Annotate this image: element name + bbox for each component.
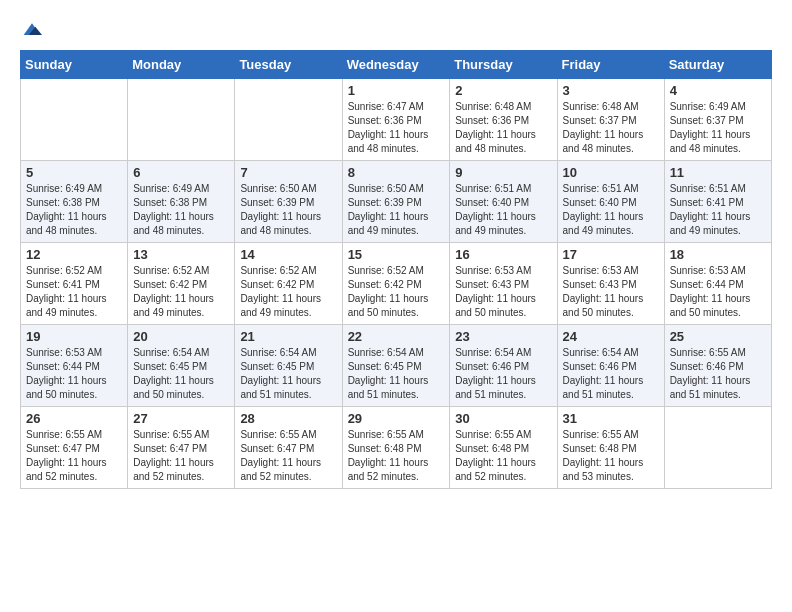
day-number: 31: [563, 411, 659, 426]
calendar-cell: 18Sunrise: 6:53 AM Sunset: 6:44 PM Dayli…: [664, 243, 771, 325]
day-info: Sunrise: 6:54 AM Sunset: 6:46 PM Dayligh…: [563, 346, 659, 402]
calendar-cell: 2Sunrise: 6:48 AM Sunset: 6:36 PM Daylig…: [450, 79, 557, 161]
day-info: Sunrise: 6:51 AM Sunset: 6:41 PM Dayligh…: [670, 182, 766, 238]
day-info: Sunrise: 6:55 AM Sunset: 6:48 PM Dayligh…: [563, 428, 659, 484]
day-number: 1: [348, 83, 445, 98]
calendar-cell: 25Sunrise: 6:55 AM Sunset: 6:46 PM Dayli…: [664, 325, 771, 407]
day-info: Sunrise: 6:55 AM Sunset: 6:47 PM Dayligh…: [133, 428, 229, 484]
week-row-1: 1Sunrise: 6:47 AM Sunset: 6:36 PM Daylig…: [21, 79, 772, 161]
day-info: Sunrise: 6:51 AM Sunset: 6:40 PM Dayligh…: [455, 182, 551, 238]
day-info: Sunrise: 6:53 AM Sunset: 6:44 PM Dayligh…: [26, 346, 122, 402]
day-number: 7: [240, 165, 336, 180]
day-info: Sunrise: 6:49 AM Sunset: 6:38 PM Dayligh…: [133, 182, 229, 238]
week-row-5: 26Sunrise: 6:55 AM Sunset: 6:47 PM Dayli…: [21, 407, 772, 489]
page-header: [20, 20, 772, 40]
calendar-table: SundayMondayTuesdayWednesdayThursdayFrid…: [20, 50, 772, 489]
calendar-cell: [21, 79, 128, 161]
day-info: Sunrise: 6:54 AM Sunset: 6:46 PM Dayligh…: [455, 346, 551, 402]
calendar-cell: 26Sunrise: 6:55 AM Sunset: 6:47 PM Dayli…: [21, 407, 128, 489]
calendar-cell: 29Sunrise: 6:55 AM Sunset: 6:48 PM Dayli…: [342, 407, 450, 489]
day-number: 29: [348, 411, 445, 426]
calendar-cell: 9Sunrise: 6:51 AM Sunset: 6:40 PM Daylig…: [450, 161, 557, 243]
calendar-cell: 8Sunrise: 6:50 AM Sunset: 6:39 PM Daylig…: [342, 161, 450, 243]
day-info: Sunrise: 6:52 AM Sunset: 6:42 PM Dayligh…: [240, 264, 336, 320]
day-number: 30: [455, 411, 551, 426]
day-number: 12: [26, 247, 122, 262]
calendar-cell: 20Sunrise: 6:54 AM Sunset: 6:45 PM Dayli…: [128, 325, 235, 407]
day-header-thursday: Thursday: [450, 51, 557, 79]
day-number: 4: [670, 83, 766, 98]
day-number: 23: [455, 329, 551, 344]
day-info: Sunrise: 6:55 AM Sunset: 6:46 PM Dayligh…: [670, 346, 766, 402]
day-number: 2: [455, 83, 551, 98]
day-info: Sunrise: 6:49 AM Sunset: 6:37 PM Dayligh…: [670, 100, 766, 156]
day-number: 24: [563, 329, 659, 344]
day-info: Sunrise: 6:53 AM Sunset: 6:43 PM Dayligh…: [455, 264, 551, 320]
day-info: Sunrise: 6:51 AM Sunset: 6:40 PM Dayligh…: [563, 182, 659, 238]
day-number: 13: [133, 247, 229, 262]
day-number: 20: [133, 329, 229, 344]
day-number: 15: [348, 247, 445, 262]
calendar-cell: 10Sunrise: 6:51 AM Sunset: 6:40 PM Dayli…: [557, 161, 664, 243]
day-info: Sunrise: 6:53 AM Sunset: 6:43 PM Dayligh…: [563, 264, 659, 320]
calendar-cell: [664, 407, 771, 489]
day-number: 21: [240, 329, 336, 344]
calendar-cell: 30Sunrise: 6:55 AM Sunset: 6:48 PM Dayli…: [450, 407, 557, 489]
day-info: Sunrise: 6:55 AM Sunset: 6:47 PM Dayligh…: [26, 428, 122, 484]
day-number: 11: [670, 165, 766, 180]
calendar-cell: 15Sunrise: 6:52 AM Sunset: 6:42 PM Dayli…: [342, 243, 450, 325]
day-number: 27: [133, 411, 229, 426]
calendar-header-row: SundayMondayTuesdayWednesdayThursdayFrid…: [21, 51, 772, 79]
day-number: 22: [348, 329, 445, 344]
day-info: Sunrise: 6:50 AM Sunset: 6:39 PM Dayligh…: [348, 182, 445, 238]
day-info: Sunrise: 6:55 AM Sunset: 6:47 PM Dayligh…: [240, 428, 336, 484]
day-header-saturday: Saturday: [664, 51, 771, 79]
day-number: 5: [26, 165, 122, 180]
day-number: 10: [563, 165, 659, 180]
day-info: Sunrise: 6:53 AM Sunset: 6:44 PM Dayligh…: [670, 264, 766, 320]
day-header-sunday: Sunday: [21, 51, 128, 79]
calendar-cell: 28Sunrise: 6:55 AM Sunset: 6:47 PM Dayli…: [235, 407, 342, 489]
day-info: Sunrise: 6:54 AM Sunset: 6:45 PM Dayligh…: [240, 346, 336, 402]
day-header-wednesday: Wednesday: [342, 51, 450, 79]
calendar-cell: 7Sunrise: 6:50 AM Sunset: 6:39 PM Daylig…: [235, 161, 342, 243]
day-number: 8: [348, 165, 445, 180]
day-number: 19: [26, 329, 122, 344]
day-header-friday: Friday: [557, 51, 664, 79]
week-row-4: 19Sunrise: 6:53 AM Sunset: 6:44 PM Dayli…: [21, 325, 772, 407]
day-number: 14: [240, 247, 336, 262]
calendar-cell: 24Sunrise: 6:54 AM Sunset: 6:46 PM Dayli…: [557, 325, 664, 407]
day-number: 16: [455, 247, 551, 262]
day-info: Sunrise: 6:55 AM Sunset: 6:48 PM Dayligh…: [348, 428, 445, 484]
day-number: 6: [133, 165, 229, 180]
day-number: 25: [670, 329, 766, 344]
day-info: Sunrise: 6:55 AM Sunset: 6:48 PM Dayligh…: [455, 428, 551, 484]
calendar-cell: 11Sunrise: 6:51 AM Sunset: 6:41 PM Dayli…: [664, 161, 771, 243]
calendar-cell: 27Sunrise: 6:55 AM Sunset: 6:47 PM Dayli…: [128, 407, 235, 489]
day-number: 26: [26, 411, 122, 426]
calendar-cell: 1Sunrise: 6:47 AM Sunset: 6:36 PM Daylig…: [342, 79, 450, 161]
week-row-2: 5Sunrise: 6:49 AM Sunset: 6:38 PM Daylig…: [21, 161, 772, 243]
day-info: Sunrise: 6:52 AM Sunset: 6:42 PM Dayligh…: [348, 264, 445, 320]
calendar-cell: 3Sunrise: 6:48 AM Sunset: 6:37 PM Daylig…: [557, 79, 664, 161]
week-row-3: 12Sunrise: 6:52 AM Sunset: 6:41 PM Dayli…: [21, 243, 772, 325]
day-number: 3: [563, 83, 659, 98]
day-header-tuesday: Tuesday: [235, 51, 342, 79]
day-number: 17: [563, 247, 659, 262]
calendar-cell: 12Sunrise: 6:52 AM Sunset: 6:41 PM Dayli…: [21, 243, 128, 325]
day-info: Sunrise: 6:49 AM Sunset: 6:38 PM Dayligh…: [26, 182, 122, 238]
calendar-cell: [235, 79, 342, 161]
calendar-cell: 5Sunrise: 6:49 AM Sunset: 6:38 PM Daylig…: [21, 161, 128, 243]
day-info: Sunrise: 6:54 AM Sunset: 6:45 PM Dayligh…: [348, 346, 445, 402]
day-info: Sunrise: 6:50 AM Sunset: 6:39 PM Dayligh…: [240, 182, 336, 238]
day-header-monday: Monday: [128, 51, 235, 79]
day-info: Sunrise: 6:48 AM Sunset: 6:36 PM Dayligh…: [455, 100, 551, 156]
calendar-cell: [128, 79, 235, 161]
calendar-cell: 13Sunrise: 6:52 AM Sunset: 6:42 PM Dayli…: [128, 243, 235, 325]
logo: [20, 20, 42, 40]
calendar-cell: 4Sunrise: 6:49 AM Sunset: 6:37 PM Daylig…: [664, 79, 771, 161]
day-number: 9: [455, 165, 551, 180]
calendar-cell: 6Sunrise: 6:49 AM Sunset: 6:38 PM Daylig…: [128, 161, 235, 243]
calendar-cell: 22Sunrise: 6:54 AM Sunset: 6:45 PM Dayli…: [342, 325, 450, 407]
calendar-cell: 31Sunrise: 6:55 AM Sunset: 6:48 PM Dayli…: [557, 407, 664, 489]
